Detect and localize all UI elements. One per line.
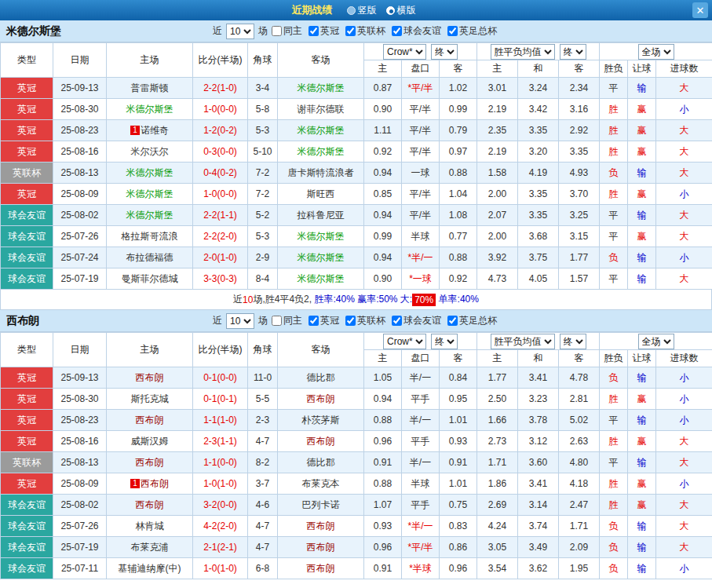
avg-final-select[interactable]: 终 <box>560 44 586 60</box>
bookmaker-select[interactable]: Crow* <box>383 334 426 349</box>
odds-final-select[interactable]: 终 <box>431 44 458 60</box>
corner-score: 4-7 <box>248 537 278 558</box>
checkbox-input[interactable] <box>272 26 282 36</box>
league-checkbox[interactable]: 英联杯 <box>345 24 385 38</box>
team-link[interactable]: 诺维奇 <box>141 125 169 136</box>
goals-result-cell: 小 <box>656 99 712 120</box>
away-team: 德比郡 <box>278 367 364 389</box>
league-checkbox[interactable]: 英足总杯 <box>447 24 497 38</box>
league-label: 英联杯 <box>357 24 385 38</box>
team-link[interactable]: 米德尔斯堡 <box>126 167 173 178</box>
team-link[interactable]: 曼斯菲尔德城 <box>122 273 178 284</box>
match-row: 球会友谊25-07-24布拉德福德2-0(1-0)2-9米德尔斯堡0.94*半/… <box>1 247 712 268</box>
team-link[interactable]: 布拉德福德 <box>126 252 173 263</box>
handicap: 半球 <box>402 226 440 247</box>
match-score: 1-0(0-0) <box>193 184 248 205</box>
team-link[interactable]: 西布朗 <box>307 520 335 531</box>
section-band: 西布朗近10场同主英冠英联杯球会友谊英足总杯 <box>0 310 712 332</box>
checkbox-input[interactable] <box>447 316 458 326</box>
team-link[interactable]: 基辅迪纳摩(中) <box>119 563 181 574</box>
away-odds: 0.88 <box>440 163 477 184</box>
team-link[interactable]: 米德尔斯堡 <box>298 231 345 242</box>
avg-draw: 3.78 <box>518 410 559 431</box>
match-count-select[interactable]: 10 <box>226 24 254 39</box>
team-link[interactable]: 布莱克本 <box>302 478 340 489</box>
checkbox-input[interactable] <box>309 316 319 326</box>
team-link[interactable]: 谢菲尔德联 <box>298 104 345 115</box>
team-link[interactable]: 普雷斯顿 <box>131 82 169 93</box>
same-home-checkbox[interactable]: 同主 <box>272 314 302 327</box>
layout-radio-horizontal[interactable]: 横版 <box>386 4 416 17</box>
team-link[interactable]: 德比郡 <box>307 457 335 468</box>
league-checkbox[interactable]: 英冠 <box>309 24 339 38</box>
team-link[interactable]: 西布朗 <box>141 478 169 489</box>
team-link[interactable]: 唐卡斯特流浪者 <box>288 167 354 178</box>
scope-select[interactable]: 全场 <box>638 44 674 60</box>
team-link[interactable]: 西布朗 <box>136 499 164 510</box>
avg-away: 3.16 <box>559 99 600 120</box>
team-link[interactable]: 米德尔斯堡 <box>298 252 345 263</box>
scope-header-group: 全场 <box>600 333 712 350</box>
team-link[interactable]: 米德尔斯堡 <box>298 82 345 93</box>
sub-column-header: 客 <box>559 350 600 367</box>
checkbox-input[interactable] <box>392 316 402 326</box>
team-link[interactable]: 格拉斯哥流浪 <box>122 231 178 242</box>
avg-home: 2.00 <box>477 226 518 247</box>
away-team: 斯旺西 <box>278 184 364 205</box>
checkbox-input[interactable] <box>392 26 402 36</box>
checkbox-input[interactable] <box>272 316 282 326</box>
league-checkbox[interactable]: 英足总杯 <box>447 314 497 327</box>
result-cell: 负 <box>600 516 628 537</box>
team-link[interactable]: 巴列卡诺 <box>302 499 340 510</box>
team-link[interactable]: 西布朗 <box>307 542 335 553</box>
team-link[interactable]: 布莱克浦 <box>131 542 169 553</box>
home-team: 西布朗 <box>107 410 193 431</box>
bookmaker-select[interactable]: Crow* <box>383 44 426 60</box>
match-row: 球会友谊25-07-19布莱克浦2-1(2-1)4-7西布朗0.96*平/半0.… <box>1 537 712 558</box>
layout-radio-vertical[interactable]: 竖版 <box>347 4 377 17</box>
corner-score: 5-3 <box>248 226 278 247</box>
avg-type-select[interactable]: 胜平负均值 <box>491 334 555 349</box>
league-checkbox[interactable]: 球会友谊 <box>392 314 441 327</box>
team-link[interactable]: 朴茨茅斯 <box>302 415 340 425</box>
avg-draw: 3.41 <box>518 473 559 495</box>
team-link[interactable]: 拉科鲁尼亚 <box>298 210 345 221</box>
team-link[interactable]: 米德尔斯堡 <box>126 188 173 199</box>
team-link[interactable]: 西布朗 <box>307 436 335 447</box>
team-link[interactable]: 米德尔斯堡 <box>298 273 345 284</box>
team-link[interactable]: 米尔沃尔 <box>131 146 169 157</box>
league-checkbox[interactable]: 英联杯 <box>345 314 385 327</box>
team-link[interactable]: 米德尔斯堡 <box>126 210 173 221</box>
team-link[interactable]: 威斯汉姆 <box>131 436 169 447</box>
team-link[interactable]: 西布朗 <box>307 563 335 574</box>
team-link[interactable]: 斯旺西 <box>307 188 335 199</box>
team-link[interactable]: 林肯城 <box>136 520 164 531</box>
close-icon[interactable]: ✕ <box>692 2 708 18</box>
team-link[interactable]: 米德尔斯堡 <box>298 125 345 136</box>
league-checkbox[interactable]: 球会友谊 <box>392 24 441 38</box>
team-link[interactable]: 西布朗 <box>136 372 164 383</box>
team-link[interactable]: 西布朗 <box>136 457 164 468</box>
avg-away: 1.71 <box>559 516 600 537</box>
scope-select[interactable]: 全场 <box>638 334 674 349</box>
match-type-badge: 球会友谊 <box>1 516 53 537</box>
team-link[interactable]: 米德尔斯堡 <box>126 104 173 115</box>
team-link[interactable]: 米德尔斯堡 <box>298 146 345 157</box>
team-link[interactable]: 斯托克城 <box>131 393 169 404</box>
match-row: 英冠25-08-16米尔沃尔0-3(0-0)5-10米德尔斯堡0.92平/半0.… <box>1 141 712 163</box>
match-score: 1-2(0-2) <box>193 120 248 141</box>
avg-type-select[interactable]: 胜平负均值 <box>491 44 555 60</box>
checkbox-input[interactable] <box>345 316 356 326</box>
team-link[interactable]: 西布朗 <box>307 393 335 404</box>
match-count-select[interactable]: 10 <box>226 313 254 329</box>
checkbox-input[interactable] <box>309 26 319 36</box>
league-checkbox[interactable]: 英冠 <box>309 314 339 327</box>
home-odds: 0.96 <box>364 431 402 452</box>
checkbox-input[interactable] <box>447 26 458 36</box>
team-link[interactable]: 德比郡 <box>307 372 335 383</box>
same-home-checkbox[interactable]: 同主 <box>272 24 302 38</box>
checkbox-input[interactable] <box>345 26 356 36</box>
odds-final-select[interactable]: 终 <box>431 334 458 349</box>
avg-final-select[interactable]: 终 <box>560 334 586 349</box>
team-link[interactable]: 西布朗 <box>136 415 164 425</box>
